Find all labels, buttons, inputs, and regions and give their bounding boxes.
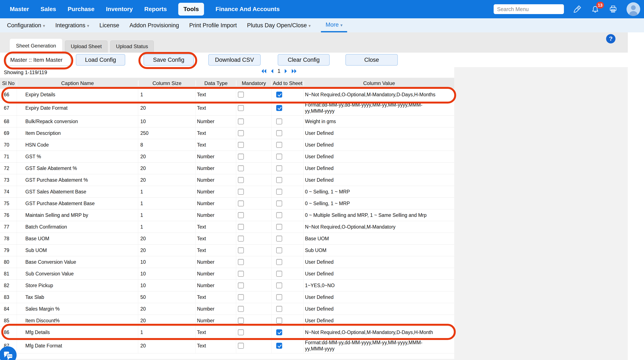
add-to-sheet-checkbox-77[interactable]: [276, 224, 282, 230]
mandatory-checkbox-84[interactable]: [238, 306, 244, 312]
nav-reports[interactable]: Reports: [144, 6, 167, 12]
submenu-label: License: [100, 22, 119, 29]
search-menu-input[interactable]: [494, 4, 564, 14]
config-selector-dropdown[interactable]: Master :: Item Master: [6, 54, 71, 66]
add-to-sheet-checkbox-80[interactable]: [276, 259, 282, 265]
nav-sales[interactable]: Sales: [40, 6, 56, 12]
cell-slno: 67: [0, 100, 16, 116]
nav-purchase[interactable]: Purchase: [68, 6, 94, 12]
table-row-87: 87Mfg Date Format20TextFormat:dd-MM-yy,d…: [0, 338, 454, 354]
notifications-bell-icon[interactable]: 13: [591, 5, 600, 14]
submenu-more[interactable]: More ▾: [321, 18, 347, 32]
mandatory-checkbox-66[interactable]: [238, 92, 244, 98]
submenu-integrations[interactable]: Integrations ▾: [55, 18, 89, 32]
add-to-sheet-checkbox-79[interactable]: [276, 247, 282, 253]
cell-data-type: Text: [196, 233, 236, 244]
cell-data-type: Number: [196, 256, 236, 268]
clear-config-button[interactable]: Clear Config: [278, 54, 330, 66]
mandatory-checkbox-75[interactable]: [238, 200, 244, 206]
mandatory-checkbox-85[interactable]: [238, 318, 244, 324]
load-config-button[interactable]: Load Config: [76, 54, 125, 66]
mandatory-checkbox-67[interactable]: [238, 105, 244, 111]
mandatory-checkbox-72[interactable]: [238, 165, 244, 171]
add-to-sheet-checkbox-71[interactable]: [276, 154, 282, 160]
add-to-sheet-checkbox-85[interactable]: [276, 318, 282, 324]
cell-add-to-sheet: [271, 100, 304, 116]
add-to-sheet-checkbox-70[interactable]: [276, 142, 282, 148]
mandatory-checkbox-83[interactable]: [238, 294, 244, 300]
add-to-sheet-checkbox-83[interactable]: [276, 294, 282, 300]
mandatory-checkbox-81[interactable]: [238, 271, 244, 277]
table-row-78: 78Base UOM20TextBase UOM: [0, 233, 454, 244]
submenu-print-profile-import[interactable]: Print Profile Import: [189, 18, 237, 32]
cell-column-size: 1: [138, 326, 196, 338]
cell-caption-name: Item Discount%: [16, 315, 138, 326]
cell-data-type: Text: [196, 221, 236, 232]
tab-sheet-generation[interactable]: Sheet Generation: [10, 39, 62, 52]
mandatory-checkbox-82[interactable]: [238, 282, 244, 288]
print-icon[interactable]: [609, 5, 618, 14]
add-to-sheet-checkbox-82[interactable]: [276, 282, 282, 288]
nav-tools[interactable]: Tools: [178, 3, 204, 16]
next-page-button[interactable]: [284, 68, 288, 74]
add-to-sheet-checkbox-76[interactable]: [276, 212, 282, 218]
user-avatar[interactable]: [626, 2, 640, 16]
cell-slno: 70: [0, 139, 16, 150]
first-page-button[interactable]: [261, 68, 267, 74]
submenu-configuration[interactable]: Configuration ▾: [7, 18, 45, 32]
close-button[interactable]: Close: [346, 54, 398, 66]
add-to-sheet-checkbox-75[interactable]: [276, 200, 282, 206]
nav-finance-and-accounts[interactable]: Finance And Accounts: [216, 6, 280, 12]
mandatory-checkbox-80[interactable]: [238, 259, 244, 265]
cell-add-to-sheet: [271, 210, 304, 221]
mandatory-checkbox-86[interactable]: [238, 329, 244, 335]
previous-page-button[interactable]: [270, 68, 274, 74]
mandatory-checkbox-70[interactable]: [238, 142, 244, 148]
cell-mandatory: [236, 233, 271, 244]
cell-column-size: 20: [138, 315, 196, 326]
last-page-button[interactable]: [291, 68, 297, 74]
add-to-sheet-checkbox-72[interactable]: [276, 165, 282, 171]
cell-column-size: 20: [138, 303, 196, 315]
cell-caption-name: Base UOM: [16, 233, 138, 244]
add-to-sheet-checkbox-68[interactable]: [276, 118, 282, 124]
add-to-sheet-checkbox-87[interactable]: [276, 343, 282, 349]
mandatory-checkbox-79[interactable]: [238, 247, 244, 253]
add-to-sheet-checkbox-78[interactable]: [276, 236, 282, 242]
current-page: 1: [277, 68, 281, 74]
nav-inventory[interactable]: Inventory: [106, 6, 133, 12]
save-config-button[interactable]: Save Config: [144, 54, 194, 66]
tab-upload-status[interactable]: Upload Status: [110, 40, 154, 52]
mandatory-checkbox-76[interactable]: [238, 212, 244, 218]
cell-slno: 76: [0, 210, 16, 221]
add-to-sheet-checkbox-73[interactable]: [276, 177, 282, 183]
cell-data-type: Text: [196, 292, 236, 303]
add-to-sheet-checkbox-86[interactable]: [276, 329, 282, 335]
nav-master[interactable]: Master: [10, 6, 29, 12]
submenu-license[interactable]: License: [100, 18, 119, 32]
mandatory-checkbox-78[interactable]: [238, 236, 244, 242]
mandatory-checkbox-69[interactable]: [238, 130, 244, 136]
table-row-82: 82Store Pickup10Number1~YES,0~NO: [0, 280, 454, 292]
add-to-sheet-checkbox-66[interactable]: [276, 92, 282, 98]
add-to-sheet-checkbox-74[interactable]: [276, 189, 282, 195]
cell-column-size: 1: [138, 198, 196, 209]
add-to-sheet-checkbox-69[interactable]: [276, 130, 282, 136]
cell-data-type: Text: [196, 89, 236, 100]
submenu-addon-provisioning[interactable]: Addon Provisioning: [130, 18, 179, 32]
theme-brush-icon[interactable]: [573, 5, 582, 14]
mandatory-checkbox-68[interactable]: [238, 118, 244, 124]
add-to-sheet-checkbox-67[interactable]: [276, 105, 282, 111]
col-header-mandatory: Mandatory: [236, 80, 271, 86]
mandatory-checkbox-87[interactable]: [238, 343, 244, 349]
download-csv-button[interactable]: Download CSV: [208, 54, 261, 66]
submenu-plutus-day-open-close[interactable]: Plutus Day Open/Close ▾: [247, 18, 311, 32]
mandatory-checkbox-73[interactable]: [238, 177, 244, 183]
tab-upload-sheet[interactable]: Upload Sheet: [65, 40, 107, 52]
add-to-sheet-checkbox-84[interactable]: [276, 306, 282, 312]
mandatory-checkbox-74[interactable]: [238, 189, 244, 195]
help-icon[interactable]: ?: [606, 34, 616, 44]
add-to-sheet-checkbox-81[interactable]: [276, 271, 282, 277]
mandatory-checkbox-77[interactable]: [238, 224, 244, 230]
mandatory-checkbox-71[interactable]: [238, 154, 244, 160]
